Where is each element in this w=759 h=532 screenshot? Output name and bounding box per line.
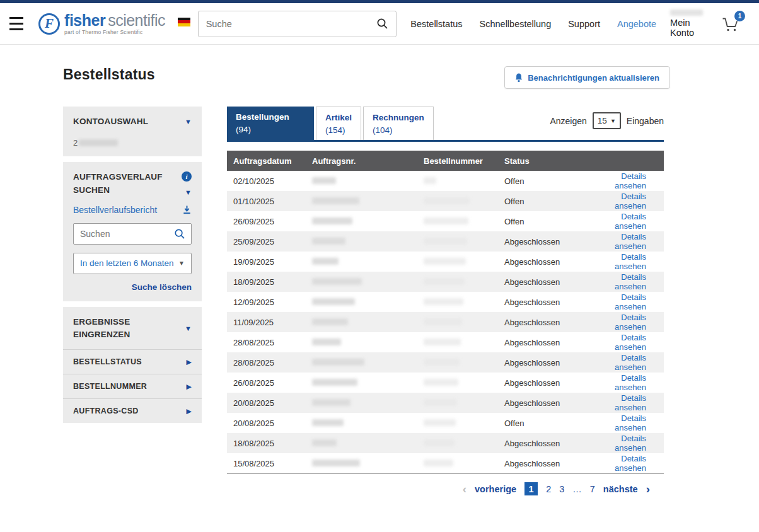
- details-link[interactable]: Details ansehen: [615, 373, 646, 392]
- info-icon[interactable]: i: [182, 171, 192, 182]
- table-row: 02/10/2025 Offen Details ansehen: [227, 171, 664, 191]
- details-link[interactable]: Details ansehen: [615, 313, 646, 332]
- bell-icon: [515, 73, 523, 83]
- po-number-redacted: [424, 176, 504, 186]
- account-menu[interactable]: Mein Konto: [670, 9, 708, 38]
- page-size-control: Anzeigen 15 ▼ Eingaben: [550, 112, 664, 129]
- order-date: 20/08/2025: [233, 398, 312, 408]
- details-link[interactable]: Details ansehen: [615, 413, 646, 432]
- clear-search-link[interactable]: Suche löschen: [132, 282, 192, 292]
- tab-artikel[interactable]: Artikel(154): [316, 107, 361, 140]
- po-number-redacted: [424, 318, 504, 327]
- chevron-down-icon[interactable]: ▼: [185, 189, 192, 196]
- next-page-link[interactable]: nächste: [603, 484, 638, 494]
- language-flag-germany[interactable]: [178, 18, 190, 26]
- page-size-suffix: Eingaben: [627, 116, 664, 126]
- header-search: [198, 11, 397, 37]
- refine-item-label: AUFTRAGS-CSD: [73, 407, 139, 415]
- order-number-redacted: [312, 419, 424, 428]
- refine-item-bestellnummer[interactable]: BESTELLNUMMER▶: [63, 374, 202, 398]
- header-nav: BestellstatusSchnellbestellungSupportAng…: [410, 19, 656, 29]
- details-link[interactable]: Details ansehen: [615, 333, 646, 352]
- po-number-redacted: [424, 277, 504, 287]
- order-status-main: Bestellungen(94)Artikel(154)Rechnungen(1…: [227, 107, 664, 495]
- chevron-down-icon[interactable]: ▼: [185, 325, 192, 332]
- refine-item-label: BESTELLNUMMER: [73, 382, 147, 391]
- order-number-redacted: [312, 459, 424, 468]
- page-title: Bestellstatus: [63, 66, 155, 83]
- po-number-redacted: [424, 459, 504, 468]
- details-link[interactable]: Details ansehen: [615, 434, 646, 453]
- table-body: 02/10/2025 Offen Details ansehen 01/10/2…: [227, 171, 664, 473]
- details-link[interactable]: Details ansehen: [615, 171, 646, 190]
- page-number[interactable]: 2: [546, 484, 551, 494]
- account-label[interactable]: Mein Konto: [670, 18, 708, 38]
- search-icon[interactable]: [376, 18, 388, 30]
- fisher-scientific-logo[interactable]: F fisherscientific part of Thermo Fisher…: [38, 13, 165, 35]
- chevron-right-icon: ▶: [187, 359, 192, 366]
- order-status: Abgeschlossen: [504, 237, 597, 246]
- order-number-redacted: [312, 197, 424, 206]
- refine-item-auftrags-csd[interactable]: AUFTRAGS-CSD▶: [63, 398, 202, 423]
- order-date: 15/08/2025: [233, 459, 312, 468]
- previous-chevron-icon[interactable]: ‹: [463, 483, 466, 495]
- details-link[interactable]: Details ansehen: [615, 272, 646, 291]
- order-status: Abgeschlossen: [504, 257, 597, 267]
- hamburger-menu-icon[interactable]: [9, 17, 23, 30]
- previous-page-link[interactable]: vorherige: [475, 484, 516, 494]
- order-status: Abgeschlossen: [504, 277, 597, 287]
- tab-bestellungen[interactable]: Bestellungen(94): [227, 107, 314, 140]
- order-status: Abgeschlossen: [504, 298, 597, 307]
- order-date: 02/10/2025: [233, 176, 312, 186]
- table-row: 26/09/2025 Offen Details ansehen: [227, 211, 664, 231]
- order-status: Offen: [504, 419, 597, 428]
- details-link[interactable]: Details ansehen: [615, 292, 646, 311]
- tab-rechnungen[interactable]: Rechnungen(104): [363, 107, 434, 140]
- order-search-input[interactable]: [74, 229, 174, 239]
- details-link[interactable]: Details ansehen: [615, 252, 646, 271]
- page-number[interactable]: 3: [559, 484, 564, 494]
- order-status: Offen: [504, 217, 597, 226]
- order-number-redacted: [312, 176, 424, 186]
- chevron-down-icon[interactable]: ▼: [185, 119, 192, 125]
- order-number-redacted: [312, 439, 424, 448]
- refine-item-bestellstatus[interactable]: BESTELLSTATUS▶: [63, 349, 202, 374]
- order-date: 28/08/2025: [233, 338, 312, 347]
- po-number-redacted: [424, 298, 504, 307]
- date-range-select[interactable]: In den letzten 6 Monaten ▼: [73, 253, 192, 274]
- nav-schnellbestellung[interactable]: Schnellbestellung: [480, 19, 552, 29]
- search-icon[interactable]: [174, 228, 185, 240]
- nav-angebote[interactable]: Angebote: [617, 19, 656, 29]
- col-header-auftragsnr: Auftragsnr.: [312, 156, 424, 166]
- order-search-box: [73, 223, 192, 245]
- details-link[interactable]: Details ansehen: [615, 393, 646, 412]
- order-date: 18/08/2025: [233, 439, 312, 448]
- update-notifications-button[interactable]: Benachrichtigungen aktualisieren: [504, 66, 670, 89]
- order-number-redacted: [312, 398, 424, 408]
- details-link[interactable]: Details ansehen: [615, 353, 646, 372]
- details-link[interactable]: Details ansehen: [615, 232, 646, 251]
- order-history-header[interactable]: AUFTRAGSVERLAUF SUCHEN i ▼: [73, 171, 192, 197]
- nav-bestellstatus[interactable]: Bestellstatus: [410, 19, 462, 29]
- refine-results-header[interactable]: ERGEBNISSE EINGRENZEN ▼: [63, 307, 202, 350]
- account-selection-header[interactable]: KONTOAUSWAHL ▼: [73, 115, 192, 128]
- search-input[interactable]: [199, 19, 377, 29]
- table-row: 01/10/2025 Offen Details ansehen: [227, 191, 664, 211]
- order-date: 28/08/2025: [233, 358, 312, 367]
- details-link[interactable]: Details ansehen: [615, 212, 646, 231]
- page-size-select[interactable]: 15 ▼: [593, 112, 621, 129]
- next-chevron-icon[interactable]: ›: [646, 483, 650, 495]
- refine-results-title: ERGEBNISSE EINGRENZEN: [73, 316, 185, 342]
- download-icon[interactable]: [182, 205, 192, 214]
- cart-button[interactable]: 1: [721, 14, 740, 33]
- page-number[interactable]: 7: [590, 484, 595, 494]
- cart-count-badge: 1: [734, 11, 745, 21]
- order-date: 26/08/2025: [233, 378, 312, 388]
- po-number-redacted: [424, 257, 504, 267]
- account-name-redacted: [670, 9, 703, 16]
- order-history-report-link[interactable]: Bestellverlaufsbericht: [73, 205, 157, 215]
- refine-item-label: BESTELLSTATUS: [73, 357, 142, 366]
- nav-support[interactable]: Support: [568, 19, 600, 29]
- details-link[interactable]: Details ansehen: [615, 192, 646, 211]
- details-link[interactable]: Details ansehen: [615, 454, 646, 473]
